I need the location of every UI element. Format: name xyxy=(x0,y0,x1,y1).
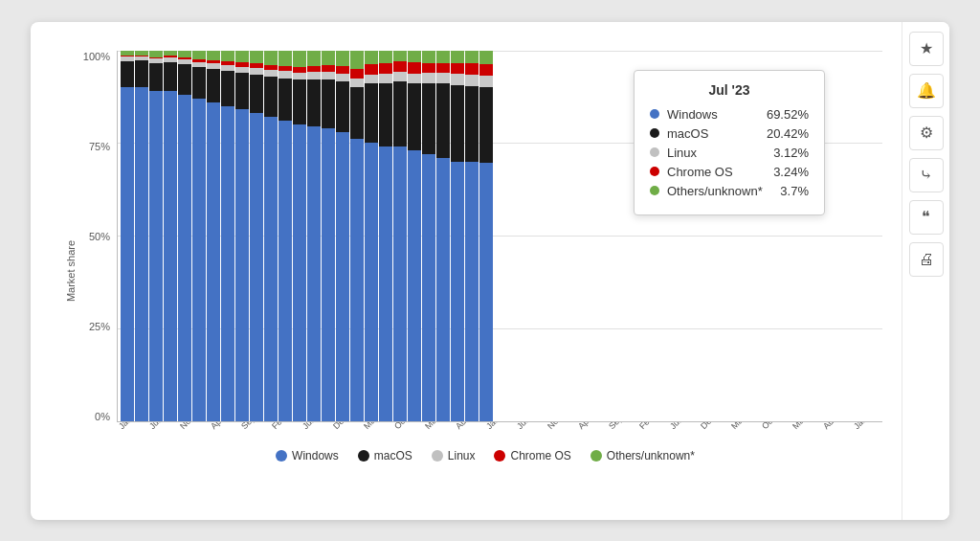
bar-segment xyxy=(422,83,435,154)
tooltip-rows: Windows 69.52% macOS 20.42% Linux 3.12% … xyxy=(650,107,809,198)
x-axis-label: Mar '22 xyxy=(791,422,817,431)
bar-segment xyxy=(393,51,407,62)
quote-button[interactable]: ❝ xyxy=(909,200,944,235)
bar-group xyxy=(436,51,450,421)
chart-container: 100% 75% 50% 25% 0% Jul '23 xyxy=(78,51,892,441)
bar-segment xyxy=(149,51,163,57)
x-axis-label: Dec '20 xyxy=(699,422,725,431)
tooltip-row: Windows 69.52% xyxy=(650,107,809,122)
bar-segment xyxy=(350,79,364,87)
bar-group xyxy=(164,51,177,421)
bar-segment xyxy=(422,154,435,421)
bar-segment xyxy=(436,83,450,157)
bar-segment xyxy=(192,51,206,59)
x-axis-label: Aug '17 xyxy=(454,422,480,431)
legend-label: Chrome OS xyxy=(510,449,570,462)
notifications-button[interactable]: 🔔 xyxy=(909,74,944,108)
legend-item: Others/unknown* xyxy=(590,449,695,462)
bar-segment xyxy=(451,74,464,85)
bar-segment xyxy=(149,63,163,91)
bar-segment xyxy=(479,163,493,420)
bar-segment xyxy=(192,67,206,99)
settings-button[interactable]: ⚙ xyxy=(909,116,944,150)
bar-group xyxy=(350,51,364,421)
tooltip-label: macOS xyxy=(667,126,759,141)
x-axis-label: Oct '16 xyxy=(392,422,418,431)
bar-group xyxy=(422,51,435,421)
bar-segment xyxy=(451,63,464,74)
bar-group xyxy=(307,51,321,421)
bar-group xyxy=(293,51,306,421)
chart-area: Market share 100% 75% 50% 25% 0% xyxy=(31,22,902,520)
bar-segment xyxy=(164,62,177,91)
tooltip-dot xyxy=(650,109,659,119)
legend-dot xyxy=(432,450,443,462)
x-axis-label: Oct '21 xyxy=(760,422,786,431)
bar-segment xyxy=(408,83,421,150)
bar-segment xyxy=(264,51,278,65)
legend-item: Chrome OS xyxy=(494,449,570,462)
bar-group xyxy=(408,51,421,421)
bar-segment xyxy=(250,75,263,114)
bar-segment xyxy=(250,113,263,420)
tooltip-row: Linux 3.12% xyxy=(650,146,809,160)
x-axis-labels: Jan '13Jun '13Nov '13Apr '14Sep '14Feb '… xyxy=(117,422,882,441)
x-axis-label: June '18 xyxy=(515,422,545,431)
bar-segment xyxy=(479,76,493,87)
x-axis-label: Nov '13 xyxy=(178,422,205,431)
bar-segment xyxy=(250,51,263,64)
bar-segment xyxy=(408,150,421,421)
tooltip-dot xyxy=(650,167,659,176)
bar-group xyxy=(135,51,148,421)
bar-group xyxy=(149,51,163,421)
legend-area: Windows macOS Linux Chrome OS Others/unk… xyxy=(78,441,892,462)
bar-segment xyxy=(207,51,220,60)
bar-segment xyxy=(451,51,464,64)
bar-segment xyxy=(307,51,321,67)
bar-segment xyxy=(379,83,392,147)
bar-segment xyxy=(422,63,435,73)
bar-group xyxy=(207,51,220,421)
bar-segment xyxy=(379,74,392,83)
print-button[interactable]: 🖨 xyxy=(909,242,944,277)
legend-item: Linux xyxy=(432,449,476,462)
favorite-button[interactable]: ★ xyxy=(909,32,944,66)
bar-segment xyxy=(379,51,392,64)
bar-segment xyxy=(264,77,278,118)
legend-item: macOS xyxy=(358,449,412,462)
bar-segment xyxy=(451,162,464,421)
tooltip-value: 3.24% xyxy=(773,165,809,179)
tooltip-value: 3.7% xyxy=(780,184,809,198)
bar-segment xyxy=(322,79,335,127)
bar-segment xyxy=(293,73,306,80)
bar-segment xyxy=(178,95,191,421)
x-axis-label: May '21 xyxy=(729,422,757,431)
bar-segment xyxy=(264,117,278,420)
y-label-100: 100% xyxy=(83,51,115,62)
legend-dot xyxy=(276,450,287,462)
bar-segment xyxy=(250,68,263,75)
bar-segment xyxy=(479,51,493,64)
bar-segment xyxy=(422,51,435,63)
bar-segment xyxy=(322,128,335,421)
bar-group xyxy=(393,51,407,421)
bar-segment xyxy=(278,71,292,78)
bar-group xyxy=(365,51,378,421)
x-axis-label: Jan '18 xyxy=(484,422,510,431)
legend-label: Others/unknown* xyxy=(607,449,695,462)
bar-group xyxy=(250,51,263,421)
bar-segment xyxy=(293,51,306,67)
bar-segment xyxy=(336,74,349,82)
bar-segment xyxy=(436,63,450,73)
x-axis-label: Aug '22 xyxy=(821,422,848,431)
bar-segment xyxy=(235,109,249,420)
bar-segment xyxy=(149,91,163,420)
share-button[interactable]: ⤷ xyxy=(909,158,944,192)
bar-segment xyxy=(379,147,392,420)
bar-segment xyxy=(307,79,321,125)
bar-segment xyxy=(365,51,378,65)
y-label-75: 75% xyxy=(89,141,115,152)
x-axis-label: Jul '15 xyxy=(301,422,324,431)
bar-segment xyxy=(278,51,292,66)
x-axis-label: Dec '15 xyxy=(331,422,358,431)
